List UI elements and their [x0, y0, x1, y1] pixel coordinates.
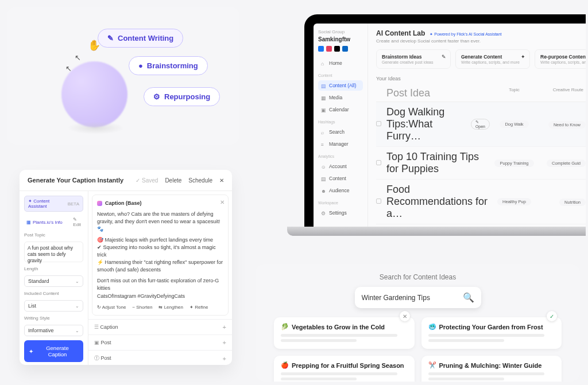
post-topic-input[interactable]: A fun post about why cats seem to defy g… — [24, 242, 83, 262]
nav-content-all[interactable]: ▤Content (All) — [318, 80, 363, 91]
shorten-button[interactable]: − Shorten — [132, 304, 152, 311]
row-checkbox[interactable] — [376, 121, 381, 126]
home-icon: ⌂ — [321, 61, 326, 66]
delete-button[interactable]: Delete — [165, 177, 181, 184]
bulb-icon: ● — [138, 61, 143, 70]
search-icon[interactable]: 🔍 — [463, 292, 474, 303]
app-main: AI Content Lab ✦ Powered by Flick's AI S… — [368, 24, 586, 227]
suggestion-row[interactable]: ⓕ Post+ — [88, 350, 232, 365]
facebook-icon[interactable] — [318, 46, 324, 52]
length-select[interactable]: Standard⌄ — [24, 275, 83, 287]
row-checkbox[interactable] — [376, 160, 381, 165]
style-select[interactable]: Informative⌄ — [24, 325, 83, 336]
chevron-down-icon: ⌄ — [75, 279, 79, 284]
account-name: Samkingftw — [318, 36, 363, 42]
content-writing-pill[interactable]: ✎ Content Writing — [98, 29, 183, 48]
laptop-mockup: Social Group Samkingftw ⌂Home Content ▤C… — [304, 14, 586, 244]
caption-paragraph: 🎯 Majestic leaps with purrfect landings … — [97, 236, 223, 274]
nav-section: Workspace — [318, 201, 363, 205]
plus-icon[interactable]: + — [223, 355, 226, 362]
cursor-icon: ↖ — [65, 64, 72, 73]
idea-title: Pruning & Mulching: Winter Guide — [439, 362, 542, 369]
idea-card[interactable]: ✓🥶Protecting Your Garden from Frost — [421, 317, 562, 349]
wand-icon: ✎ — [107, 34, 114, 42]
open-chip[interactable]: ✎ Open — [471, 119, 490, 130]
plus-icon[interactable]: + — [223, 339, 226, 346]
nav-section: Content — [318, 73, 363, 77]
idea-text: Top 10 Training Tips for Puppies — [386, 151, 490, 175]
included-select[interactable]: List⌄ — [24, 300, 83, 312]
repurposing-pill[interactable]: ⚙ Repurposing — [144, 87, 220, 106]
nav-content[interactable]: ▤Content — [318, 173, 363, 184]
idea-card[interactable]: ✕🥬Vegetables to Grow in the Cold — [274, 317, 415, 349]
col-route: Creative Route — [539, 87, 586, 99]
doc-icon: ▤ — [321, 83, 326, 88]
nav-settings[interactable]: ⚙Settings — [318, 208, 363, 218]
nav-home[interactable]: ⌂Home — [318, 58, 363, 68]
gear-icon: ⚙ — [153, 92, 160, 101]
sparkle-icon: ✦ — [29, 348, 33, 355]
idea-title: Vegetables to Grow in the Cold — [292, 324, 385, 330]
suggestion-row[interactable]: ▣ Post+ — [88, 335, 232, 350]
lengthen-button[interactable]: ⇆ Lengthen — [158, 304, 183, 311]
action-card[interactable]: Generate ContentWrite captions, scripts,… — [455, 49, 530, 69]
sparkle-icon: ✦ — [521, 54, 525, 60]
idea-title: Protecting Your Garden from Frost — [439, 324, 543, 330]
caption-generator-panel: Generate Your Caption Instantly ✓ Saved … — [20, 170, 232, 365]
brand-info-link[interactable]: ▦ Plants.io's Info ✎ Edit — [24, 216, 83, 228]
schedule-button[interactable]: Schedule — [188, 177, 212, 184]
suggestion-icon: ⓕ — [94, 355, 99, 361]
caption-sidebar: ✦ Content Assistant BETA ▦ Plants.io's I… — [20, 191, 88, 365]
nav-manager[interactable]: ≡Manager — [318, 139, 363, 149]
caption-paragraph: Newton, who? Cats are the true masters o… — [97, 211, 223, 233]
ideas-header: Your Ideas — [376, 76, 586, 81]
suggestion-icon: ☰ — [94, 324, 99, 330]
idea-card[interactable]: 🍎Prepping for a Fruitful Spring Season — [274, 356, 415, 382]
topic-chip: Healthy Pup — [497, 198, 531, 205]
doc-icon: ▤ — [321, 176, 326, 181]
social-group-label: Social Group — [318, 29, 363, 34]
manager-icon: ≡ — [321, 142, 326, 147]
brainstorming-pill[interactable]: ● Brainstorming — [129, 56, 208, 75]
nav-account[interactable]: ☺Account — [318, 161, 363, 172]
idea-emoji-icon: 🥶 — [428, 323, 436, 330]
nav-section: Analytics — [318, 154, 363, 158]
caption-output: Caption (Base) ✕ Newton, who? Cats are t… — [92, 195, 229, 316]
refine-button[interactable]: ✦ Refine — [189, 304, 208, 311]
post-topic-label: Post Topic — [24, 232, 83, 238]
nav-media[interactable]: ▦Media — [318, 92, 363, 103]
pill-label: Content Writing — [118, 34, 173, 42]
idea-card[interactable]: ✂️Pruning & Mulching: Winter Guide — [421, 356, 562, 382]
action-card[interactable]: Brainstorm IdeasGenerate creative post i… — [376, 49, 451, 69]
media-icon: ▦ — [321, 95, 326, 100]
generate-caption-button[interactable]: ✦Generate Caption — [24, 340, 83, 362]
caption-color-icon — [97, 201, 102, 206]
table-row[interactable]: Dog Walking Tips:What Furry…✎ OpenDog Wa… — [376, 102, 586, 147]
col-topic: Topic — [490, 87, 539, 99]
adjust-tone-button[interactable]: ↻ Adjust Tone — [97, 304, 126, 311]
search-box[interactable]: 🔍 — [355, 287, 481, 308]
table-row[interactable]: Top 10 Training Tips for PuppiesPuppy Tr… — [376, 147, 586, 180]
instagram-icon[interactable] — [326, 46, 332, 52]
suggestion-row[interactable]: ☰ Caption+ — [88, 319, 232, 335]
plus-icon[interactable]: + — [223, 324, 226, 330]
route-chip: Complete Guid — [547, 160, 586, 167]
table-row[interactable]: The benefits of walking off-lead…Dog Wal… — [376, 224, 586, 227]
nav-search[interactable]: ⌕Search — [318, 127, 363, 137]
suggestion-icon: ▣ — [94, 340, 99, 345]
close-icon[interactable]: ✕ — [219, 177, 224, 184]
pill-label: Brainstorming — [147, 61, 198, 70]
nav-audience[interactable]: ☻Audience — [318, 185, 363, 196]
search-input[interactable] — [362, 294, 463, 302]
table-row[interactable]: Food Recommendations for a…Healthy PupNu… — [376, 180, 586, 224]
close-caption-icon[interactable]: ✕ — [220, 199, 225, 207]
nav-calendar[interactable]: ▣Calendar — [318, 104, 363, 115]
idea-emoji-icon: ✂️ — [428, 361, 436, 369]
accept-icon[interactable]: ✓ — [547, 311, 557, 321]
caption-paragraph: Don't miss out on this furr-tastic explo… — [97, 277, 223, 300]
row-checkbox[interactable] — [376, 199, 381, 204]
action-card[interactable]: Re-purpose ContentWrite captions, script… — [535, 49, 586, 69]
dismiss-icon[interactable]: ✕ — [400, 311, 410, 321]
tiktok-icon[interactable] — [334, 46, 340, 52]
linkedin-icon[interactable] — [342, 46, 348, 52]
